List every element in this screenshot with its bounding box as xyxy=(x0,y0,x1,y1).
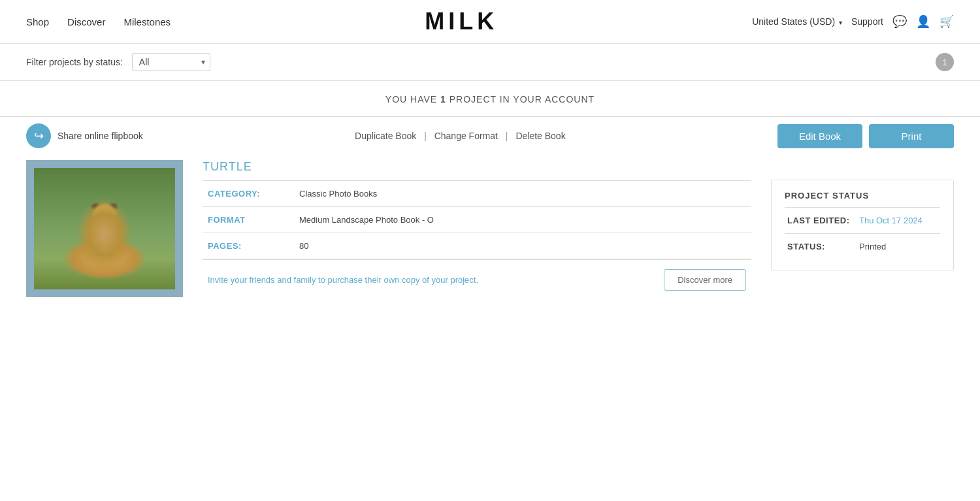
discover-more-button[interactable]: Discover more xyxy=(664,269,746,291)
edit-book-button[interactable]: Edit Book xyxy=(777,124,862,148)
header: Shop Discover Milestones MILK United Sta… xyxy=(0,0,980,44)
pages-label: PAGES: xyxy=(203,233,294,259)
status-filter-select[interactable]: All Draft Printed Ordered xyxy=(132,53,210,71)
project-actions-top: ↪ Share online flipbook Duplicate Book |… xyxy=(26,123,954,148)
support-link[interactable]: Support xyxy=(851,16,883,27)
duplicate-book-link[interactable]: Duplicate Book xyxy=(355,131,416,141)
last-edited-value: Thu Oct 17 2024 xyxy=(857,208,940,234)
filter-select-wrapper: All Draft Printed Ordered xyxy=(132,53,210,71)
details-table: CATEGORY: Classic Photo Books FORMAT Med… xyxy=(203,180,751,259)
share-label: Share online flipbook xyxy=(57,131,143,141)
table-row: CATEGORY: Classic Photo Books xyxy=(203,181,751,207)
status-box-title: PROJECT STATUS xyxy=(785,191,940,201)
nav-shop[interactable]: Shop xyxy=(26,16,49,27)
nav-discover[interactable]: Discover xyxy=(67,16,105,27)
separator-1: | xyxy=(424,131,427,141)
table-row: STATUS: Printed xyxy=(785,234,940,260)
invite-section: Invite your friends and family to purcha… xyxy=(203,259,751,293)
category-label: CATEGORY: xyxy=(203,181,294,207)
book-cover-image xyxy=(34,168,175,289)
project-area: ↪ Share online flipbook Duplicate Book |… xyxy=(0,117,980,323)
action-buttons: Edit Book Print xyxy=(777,124,954,148)
share-icon: ↪ xyxy=(26,123,51,148)
user-icon[interactable]: 👤 xyxy=(916,14,930,29)
header-right: United States (USD) ▾ Support 💬 👤 🛒 xyxy=(752,14,954,29)
table-row: FORMAT Medium Landscape Photo Book - O xyxy=(203,207,751,233)
cart-icon[interactable]: 🛒 xyxy=(939,14,954,29)
separator-2: | xyxy=(506,131,508,141)
pages-value: 80 xyxy=(294,233,751,259)
project-card: TURTLE CATEGORY: Classic Photo Books FOR… xyxy=(26,160,954,297)
project-title: TURTLE xyxy=(203,160,751,174)
main-nav: Shop Discover Milestones xyxy=(26,16,171,27)
project-status-box: PROJECT STATUS LAST EDITED: Thu Oct 17 2… xyxy=(771,180,954,270)
delete-book-link[interactable]: Delete Book xyxy=(515,131,565,141)
status-table: LAST EDITED: Thu Oct 17 2024 STATUS: Pri… xyxy=(785,207,940,259)
change-format-link[interactable]: Change Format xyxy=(434,131,498,141)
invite-text: Invite your friends and family to purcha… xyxy=(208,275,653,285)
status-label: STATUS: xyxy=(785,234,857,260)
table-row: LAST EDITED: Thu Oct 17 2024 xyxy=(785,208,940,234)
site-logo: MILK xyxy=(425,8,498,35)
share-flipbook-button[interactable]: ↪ Share online flipbook xyxy=(26,123,143,148)
project-details: TURTLE CATEGORY: Classic Photo Books FOR… xyxy=(203,160,751,293)
format-value: Medium Landscape Photo Book - O xyxy=(294,207,751,233)
filter-bar: Filter projects by status: All Draft Pri… xyxy=(0,44,980,80)
last-edited-label: LAST EDITED: xyxy=(785,208,857,234)
book-actions: Duplicate Book | Change Format | Delete … xyxy=(355,131,566,141)
nav-milestones[interactable]: Milestones xyxy=(123,16,171,27)
account-header: YOU HAVE 1 PROJECT IN YOUR ACCOUNT xyxy=(0,81,980,116)
project-count-badge: 1 xyxy=(936,53,954,71)
chat-icon[interactable]: 💬 xyxy=(892,14,907,29)
print-button[interactable]: Print xyxy=(869,124,954,148)
region-selector[interactable]: United States (USD) ▾ xyxy=(752,16,842,27)
region-dropdown-arrow: ▾ xyxy=(839,19,842,26)
category-value: Classic Photo Books xyxy=(294,181,751,207)
table-row: PAGES: 80 xyxy=(203,233,751,259)
book-thumbnail-inner xyxy=(34,168,175,289)
filter-label: Filter projects by status: xyxy=(26,57,123,67)
status-value: Printed xyxy=(857,234,940,260)
book-thumbnail xyxy=(26,160,183,297)
format-label: FORMAT xyxy=(203,207,294,233)
